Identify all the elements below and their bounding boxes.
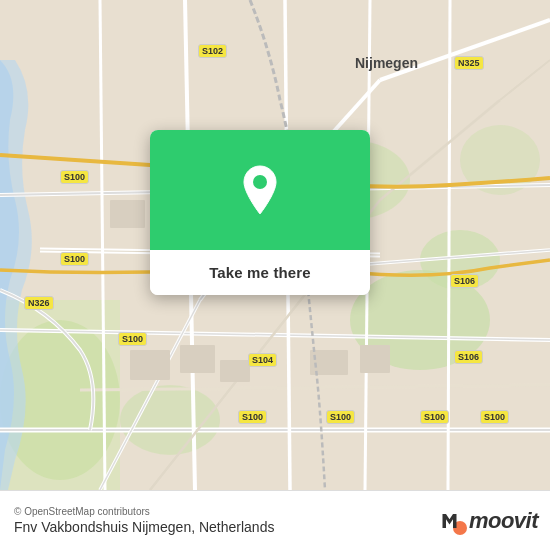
popup-card: Take me there <box>150 130 370 295</box>
road-badge-n326: N326 <box>24 296 54 310</box>
svg-rect-38 <box>110 200 145 228</box>
road-badge-s100-4: S100 <box>238 410 267 424</box>
moovit-logo-area: moovit <box>439 507 538 535</box>
road-badge-s100-1: S100 <box>60 170 89 184</box>
road-badge-s100-5: S100 <box>326 410 355 424</box>
moovit-text: moovit <box>469 508 538 534</box>
road-badge-n325: N325 <box>454 56 484 70</box>
road-badge-s100-6: S100 <box>420 410 449 424</box>
road-badge-s100-3: S100 <box>118 332 147 346</box>
svg-rect-35 <box>220 360 250 382</box>
popup-green-header <box>150 130 370 250</box>
road-badge-s100-7: S100 <box>480 410 509 424</box>
moovit-icon <box>439 507 467 535</box>
location-title: Fnv Vakbondshuis Nijmegen, Netherlands <box>14 519 274 535</box>
take-me-there-button[interactable]: Take me there <box>150 250 370 295</box>
road-badge-s104: S104 <box>248 353 277 367</box>
footer-left: © OpenStreetMap contributors Fnv Vakbond… <box>14 506 274 535</box>
svg-rect-37 <box>360 345 390 373</box>
road-badge-s100-2: S100 <box>60 252 89 266</box>
location-pin-icon <box>238 164 282 216</box>
svg-point-43 <box>253 175 267 189</box>
map-attribution: © OpenStreetMap contributors <box>14 506 274 517</box>
svg-rect-33 <box>130 350 170 380</box>
road-badge-s106-2: S106 <box>454 350 483 364</box>
footer-bar: © OpenStreetMap contributors Fnv Vakbond… <box>0 490 550 550</box>
svg-rect-34 <box>180 345 215 373</box>
map-container: Nijmegen S100 S100 S100 S100 S100 S100 S… <box>0 0 550 490</box>
road-badge-s102: S102 <box>198 44 227 58</box>
svg-text:Nijmegen: Nijmegen <box>355 55 418 71</box>
road-badge-s106-1: S106 <box>450 274 479 288</box>
